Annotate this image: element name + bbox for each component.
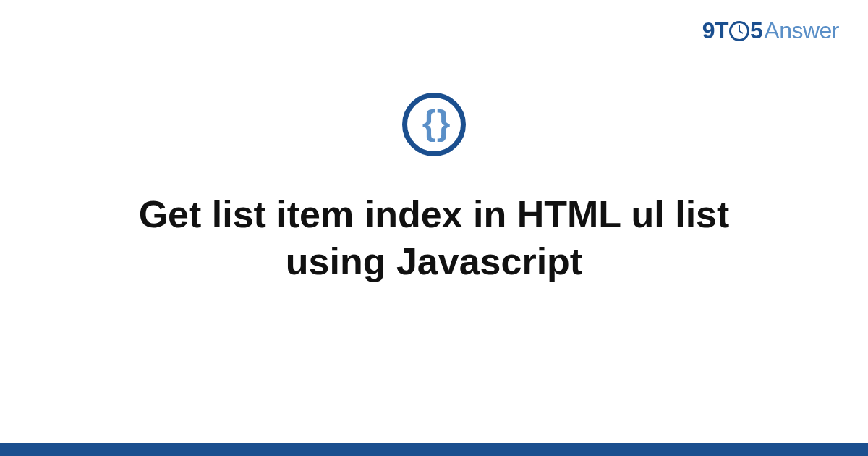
footer-accent-bar bbox=[0, 443, 868, 456]
clock-icon bbox=[729, 21, 749, 41]
topic-icon-circle: { } bbox=[402, 93, 466, 156]
code-braces-icon: { } bbox=[422, 106, 446, 140]
main-content: { } Get list item index in HTML ul list … bbox=[0, 93, 868, 285]
logo-digit: 5 bbox=[750, 17, 762, 44]
logo-prefix: 9T bbox=[702, 17, 728, 44]
logo-suffix: Answer bbox=[764, 17, 839, 44]
site-logo: 9T 5 Answer bbox=[702, 17, 839, 44]
page-title: Get list item index in HTML ul list usin… bbox=[72, 191, 796, 285]
header: 9T 5 Answer bbox=[702, 17, 839, 44]
